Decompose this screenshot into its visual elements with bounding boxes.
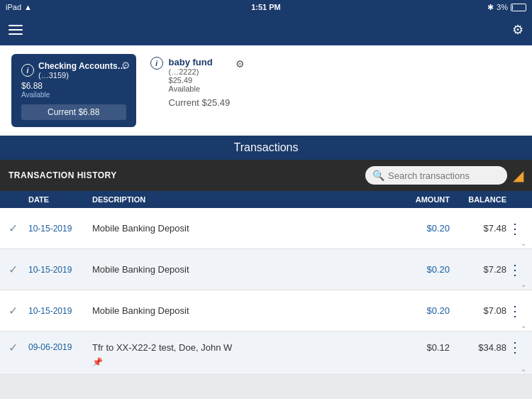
col-header-description: DESCRIPTION <box>92 195 386 204</box>
row-amount-2: $0.20 <box>386 264 450 275</box>
row-description-1: Mobile Banking Deposit <box>92 223 386 234</box>
row-balance-1: $7.48 <box>450 223 506 234</box>
account-available-label-baby-fund: Available <box>169 84 231 93</box>
nav-bar: ⚙ <box>0 14 532 45</box>
account-info-icon-checking[interactable]: i <box>21 64 34 77</box>
row-check-icon-2: ✓ <box>9 263 28 276</box>
battery-label: 3% <box>497 3 508 11</box>
row-expand-3: ⌄ <box>521 322 526 329</box>
row-description-3: Mobile Banking Deposit <box>92 305 386 316</box>
account-card-baby-fund[interactable]: i baby fund (…2222) $25.49 Available Cur… <box>150 54 245 108</box>
transactions-section-header: Transactions <box>0 136 532 160</box>
battery-icon <box>511 4 526 11</box>
row-date-1: 10-15-2019 <box>28 224 92 234</box>
status-bar-left: iPad ▲ <box>6 3 32 11</box>
row-check-icon-3: ✓ <box>9 304 28 317</box>
row-check-icon-4: ✓ <box>9 341 28 354</box>
col-header-check <box>9 195 28 204</box>
account-number-baby-fund: (…2222) <box>169 67 231 76</box>
account-available-checking: $6.88 <box>21 81 126 91</box>
row-description-4: Tfr to XX-X22-2 test, Doe, John W <box>92 342 386 353</box>
col-header-more <box>506 195 523 204</box>
row-attachment-indicator-4: 📌 <box>9 356 523 367</box>
table-row: ✓ 10-15-2019 Mobile Banking Deposit $0.2… <box>0 208 532 249</box>
row-balance-3: $7.08 <box>450 305 506 316</box>
hamburger-menu[interactable] <box>9 25 23 35</box>
row-date-4: 09-06-2019 <box>28 342 92 352</box>
transaction-history-controls: 🔍 ◢ <box>365 166 523 185</box>
search-icon: 🔍 <box>372 170 384 181</box>
row-amount-4: $0.12 <box>386 342 450 353</box>
row-date-2: 10-15-2019 <box>28 265 92 275</box>
row-more-button-3[interactable]: ⋮ <box>506 302 523 319</box>
status-bar-right: ✱ 3% <box>487 3 526 12</box>
account-card-checking[interactable]: i Checking Accounts… (…3159) $6.88 Avail… <box>11 54 136 127</box>
row-expand-4: ⌄ <box>521 365 526 373</box>
status-bar: iPad ▲ 1:51 PM ✱ 3% <box>0 0 532 14</box>
row-expand-1: ⌄ <box>521 239 526 247</box>
bluetooth-icon: ✱ <box>487 3 494 12</box>
transactions-table: ✓ 10-15-2019 Mobile Banking Deposit $0.2… <box>0 208 532 375</box>
status-bar-time: 1:51 PM <box>251 3 281 11</box>
account-available-baby-fund: $25.49 <box>169 76 231 84</box>
account-available-label-checking: Available <box>21 91 126 99</box>
account-name-baby-fund: baby fund <box>169 57 231 67</box>
table-column-headers: DATE DESCRIPTION AMOUNT BALANCE <box>0 191 532 208</box>
accounts-section: i Checking Accounts… (…3159) $6.88 Avail… <box>0 45 532 136</box>
row-balance-2: $7.28 <box>450 264 506 275</box>
settings-icon[interactable]: ⚙ <box>512 22 523 38</box>
row-balance-4: $34.88 <box>450 342 506 353</box>
carrier-label: iPad <box>6 3 21 11</box>
row-more-button-2[interactable]: ⋮ <box>506 261 523 278</box>
account-name-checking: Checking Accounts… <box>38 61 126 71</box>
transaction-history-bar: TRANSACTION HISTORY 🔍 ◢ <box>0 160 532 191</box>
table-row: ✓ 10-15-2019 Mobile Banking Deposit $0.2… <box>0 249 532 290</box>
search-input[interactable] <box>388 170 500 181</box>
transaction-history-label: TRANSACTION HISTORY <box>9 170 117 180</box>
col-header-balance: BALANCE <box>450 195 506 204</box>
filter-icon: ◢ <box>513 168 523 183</box>
col-header-amount: AMOUNT <box>386 195 450 204</box>
account-gear-baby-fund[interactable]: ⚙ <box>235 58 245 70</box>
table-row: ✓ 09-06-2019 Tfr to XX-X22-2 test, Doe, … <box>0 332 532 375</box>
col-header-date: DATE <box>28 195 92 204</box>
row-amount-3: $0.20 <box>386 305 450 316</box>
search-box[interactable]: 🔍 <box>365 166 507 185</box>
account-info-icon-baby-fund[interactable]: i <box>150 57 163 70</box>
row-date-3: 10-15-2019 <box>28 306 92 316</box>
account-gear-checking[interactable]: ⚙ <box>121 60 131 71</box>
row-description-2: Mobile Banking Deposit <box>92 264 386 275</box>
table-row: ✓ 10-15-2019 Mobile Banking Deposit $0.2… <box>0 290 532 332</box>
attachment-icon-4: 📌 <box>92 357 103 367</box>
account-number-checking: (…3159) <box>38 71 126 80</box>
row-check-icon-1: ✓ <box>9 222 28 235</box>
row-amount-1: $0.20 <box>386 223 450 234</box>
account-current-checking: Current $6.88 <box>21 104 126 120</box>
account-current-baby-fund: Current $25.49 <box>169 97 231 108</box>
filter-button[interactable]: ◢ <box>513 167 523 184</box>
wifi-icon: ▲ <box>24 3 32 11</box>
row-expand-2: ⌄ <box>521 280 526 288</box>
row-more-button-4[interactable]: ⋮ <box>506 339 523 356</box>
row-more-button-1[interactable]: ⋮ <box>506 220 523 237</box>
